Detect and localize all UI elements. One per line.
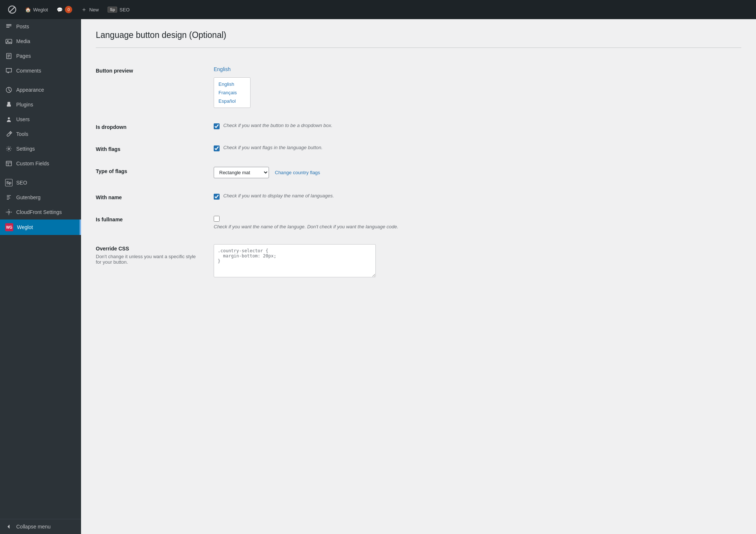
is-dropdown-checkbox-row: Check if you want the button to be a dro… [214, 123, 741, 129]
sidebar-item-plugins[interactable]: Plugins [0, 97, 81, 112]
override-css-content: .country-selector { margin-bottom: 20px;… [214, 244, 741, 278]
svg-rect-1 [6, 25, 11, 26]
sidebar-item-media[interactable]: Media [0, 34, 81, 49]
with-flags-description: Check if you want flags in the language … [223, 145, 323, 150]
users-icon [5, 116, 13, 123]
sidebar-item-collapse-label: Collapse menu [16, 524, 50, 530]
with-name-description: Check if you want to display the name of… [223, 193, 334, 199]
flag-type-select[interactable]: Rectangle mat Circle Square [214, 167, 269, 178]
collapse-icon [5, 523, 13, 530]
custom-fields-icon [5, 160, 13, 167]
sidebar-item-weglot[interactable]: WG Weglot [0, 219, 81, 235]
with-name-row: With name Check if you want to display t… [96, 186, 741, 208]
override-css-row: Override CSS Don't change it unless you … [96, 237, 741, 286]
preview-dropdown: English Français Español [214, 77, 251, 108]
divider [96, 48, 741, 48]
is-fullname-description: Check if you want the name of the langug… [214, 224, 741, 229]
sidebar-item-settings[interactable]: Settings [0, 141, 81, 156]
appearance-icon [5, 86, 13, 94]
seo-sidebar-icon: Sp [5, 179, 13, 186]
sidebar-item-pages-label: Pages [16, 53, 31, 59]
sidebar-item-appearance-label: Appearance [16, 87, 44, 93]
is-dropdown-label: Is dropdown [96, 123, 199, 130]
preview-dropdown-item-english[interactable]: English [214, 80, 250, 88]
weglot-icon: WG [5, 223, 13, 231]
sidebar-item-tools-label: Tools [16, 131, 28, 137]
sidebar-item-comments[interactable]: Comments [0, 63, 81, 78]
settings-icon [5, 145, 13, 152]
seo-badge: Sp [108, 7, 117, 13]
button-preview-label: Button preview [96, 66, 199, 74]
plus-icon: ＋ [81, 6, 87, 14]
home-icon: 🏠 [25, 7, 31, 13]
sidebar-item-seo[interactable]: Sp SEO [0, 175, 81, 190]
svg-marker-18 [7, 525, 9, 529]
button-preview-content: English English Français Español [214, 66, 741, 108]
sidebar-item-custom-fields[interactable]: Custom Fields [0, 156, 81, 171]
type-of-flags-label: Type of flags [96, 167, 199, 174]
media-icon [5, 38, 13, 45]
with-name-content: Check if you want to display the name of… [214, 193, 741, 200]
sidebar-item-custom-fields-label: Custom Fields [16, 161, 49, 166]
sidebar: Posts Media Pages Comments Appearance [0, 19, 81, 534]
is-dropdown-description: Check if you want the button to be a dro… [223, 123, 332, 128]
sidebar-item-gutenberg-label: Gutenberg [16, 194, 41, 200]
sidebar-item-cloudfront-label: CloudFront Settings [16, 209, 62, 215]
svg-rect-14 [6, 161, 11, 166]
is-dropdown-checkbox[interactable] [214, 123, 220, 129]
sidebar-item-pages[interactable]: Pages [0, 49, 81, 63]
type-of-flags-row: Type of flags Rectangle mat Circle Squar… [96, 159, 741, 186]
sidebar-item-tools[interactable]: Tools [0, 127, 81, 141]
comments-count: 0 [65, 6, 72, 13]
sidebar-item-settings-label: Settings [16, 146, 35, 152]
sidebar-item-plugins-label: Plugins [16, 102, 33, 108]
sidebar-item-collapse[interactable]: Collapse menu [0, 519, 81, 534]
svg-point-17 [8, 211, 10, 213]
is-fullname-label: Is fullname [96, 215, 199, 222]
page-title: Language button design (Optional) [96, 30, 741, 40]
sidebar-item-comments-label: Comments [16, 68, 41, 74]
is-dropdown-content: Check if you want the button to be a dro… [214, 123, 741, 129]
with-name-checkbox[interactable] [214, 194, 220, 200]
sidebar-item-users-label: Users [16, 116, 30, 122]
sidebar-item-appearance[interactable]: Appearance [0, 82, 81, 97]
posts-icon [5, 23, 13, 30]
sidebar-item-media-label: Media [16, 38, 30, 44]
comments-item[interactable]: 💬 0 [52, 0, 77, 19]
sidebar-item-seo-label: SEO [16, 180, 27, 186]
sidebar-item-posts[interactable]: Posts [0, 19, 81, 34]
site-name-item[interactable]: 🏠 Weglot [21, 0, 52, 19]
with-flags-checkbox[interactable] [214, 145, 220, 151]
button-preview-row: Button preview English English Français … [96, 59, 741, 115]
wp-layout: Posts Media Pages Comments Appearance [0, 19, 756, 534]
new-item[interactable]: ＋ New [77, 0, 103, 19]
cloudfront-icon [5, 208, 13, 216]
sidebar-item-posts-label: Posts [16, 24, 29, 29]
svg-rect-0 [6, 24, 11, 25]
sidebar-item-cloudfront[interactable]: CloudFront Settings [0, 205, 81, 219]
preview-dropdown-item-french[interactable]: Français [214, 88, 250, 97]
with-flags-checkbox-row: Check if you want flags in the language … [214, 145, 741, 151]
plugins-icon [5, 101, 13, 108]
preview-primary-link[interactable]: English [214, 66, 741, 72]
wp-logo-item[interactable] [4, 0, 21, 19]
sidebar-item-gutenberg[interactable]: Gutenberg [0, 190, 81, 205]
is-fullname-checkbox-row [214, 215, 741, 222]
is-fullname-content: Check if you want the name of the langug… [214, 215, 741, 229]
is-fullname-checkbox[interactable] [214, 216, 220, 222]
with-name-checkbox-row: Check if you want to display the name of… [214, 193, 741, 200]
admin-bar: 🏠 Weglot 💬 0 ＋ New Sp SEO [0, 0, 756, 19]
new-label: New [89, 7, 99, 13]
with-flags-label: With flags [96, 145, 199, 152]
svg-rect-11 [7, 105, 11, 106]
with-name-label: With name [96, 193, 199, 200]
with-flags-row: With flags Check if you want flags in th… [96, 137, 741, 159]
override-css-textarea[interactable]: .country-selector { margin-bottom: 20px;… [214, 244, 376, 277]
site-name: Weglot [33, 7, 48, 13]
seo-item[interactable]: Sp SEO [103, 0, 134, 19]
change-flags-link[interactable]: Change country flags [275, 170, 320, 175]
preview-dropdown-item-spanish[interactable]: Español [214, 97, 250, 105]
sidebar-item-users[interactable]: Users [0, 112, 81, 127]
is-dropdown-row: Is dropdown Check if you want the button… [96, 115, 741, 137]
comments-icon: 💬 [57, 7, 63, 13]
